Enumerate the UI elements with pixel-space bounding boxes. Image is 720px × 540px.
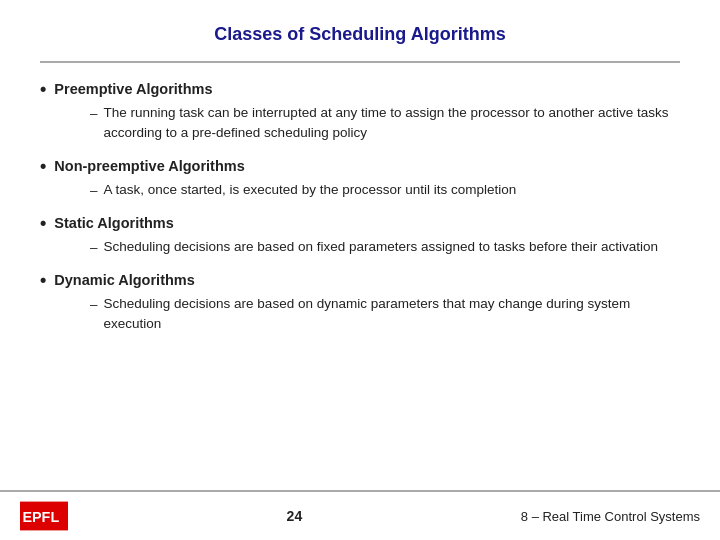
sub-item-0: –The running task can be interrupted at …: [40, 103, 680, 144]
sub-text-1: A task, once started, is executed by the…: [104, 180, 680, 200]
slide: Classes of Scheduling Algorithms •Preemp…: [0, 0, 720, 540]
bullet-label-0: Preemptive Algorithms: [54, 81, 212, 97]
slide-content: Classes of Scheduling Algorithms •Preemp…: [0, 0, 720, 490]
sub-text-3: Scheduling decisions are based on dynami…: [104, 294, 680, 335]
bullet-dot-icon: •: [40, 157, 46, 175]
sub-text-2: Scheduling decisions are based on fixed …: [104, 237, 680, 257]
bullet-dot-icon: •: [40, 214, 46, 232]
bullets-container: •Preemptive Algorithms–The running task …: [40, 81, 680, 335]
dash-icon: –: [90, 238, 98, 258]
bullet-header-2: •Static Algorithms: [40, 215, 680, 232]
bullet-dot-icon: •: [40, 271, 46, 289]
bullet-section-2: •Static Algorithms–Scheduling decisions …: [40, 215, 680, 258]
dash-icon: –: [90, 181, 98, 201]
bullet-section-1: •Non-preemptive Algorithms–A task, once …: [40, 158, 680, 201]
slide-title: Classes of Scheduling Algorithms: [40, 10, 680, 63]
footer-logo: EPFL: [20, 500, 68, 532]
dash-icon: –: [90, 295, 98, 315]
bullet-section-3: •Dynamic Algorithms–Scheduling decisions…: [40, 272, 680, 335]
svg-text:EPFL: EPFL: [22, 509, 59, 525]
bullet-dot-icon: •: [40, 80, 46, 98]
sub-item-1: –A task, once started, is executed by th…: [40, 180, 680, 201]
footer-page-number: 24: [287, 508, 303, 524]
sub-item-2: –Scheduling decisions are based on fixed…: [40, 237, 680, 258]
bullet-section-0: •Preemptive Algorithms–The running task …: [40, 81, 680, 144]
bullet-label-2: Static Algorithms: [54, 215, 174, 231]
footer-course-name: 8 – Real Time Control Systems: [521, 509, 700, 524]
bullet-header-1: •Non-preemptive Algorithms: [40, 158, 680, 175]
epfl-logo-icon: EPFL: [20, 500, 68, 532]
sub-item-3: –Scheduling decisions are based on dynam…: [40, 294, 680, 335]
footer: EPFL 24 8 – Real Time Control Systems: [0, 490, 720, 540]
sub-text-0: The running task can be interrupted at a…: [104, 103, 680, 144]
bullet-label-3: Dynamic Algorithms: [54, 272, 194, 288]
dash-icon: –: [90, 104, 98, 124]
bullet-header-0: •Preemptive Algorithms: [40, 81, 680, 98]
bullet-header-3: •Dynamic Algorithms: [40, 272, 680, 289]
bullet-label-1: Non-preemptive Algorithms: [54, 158, 244, 174]
